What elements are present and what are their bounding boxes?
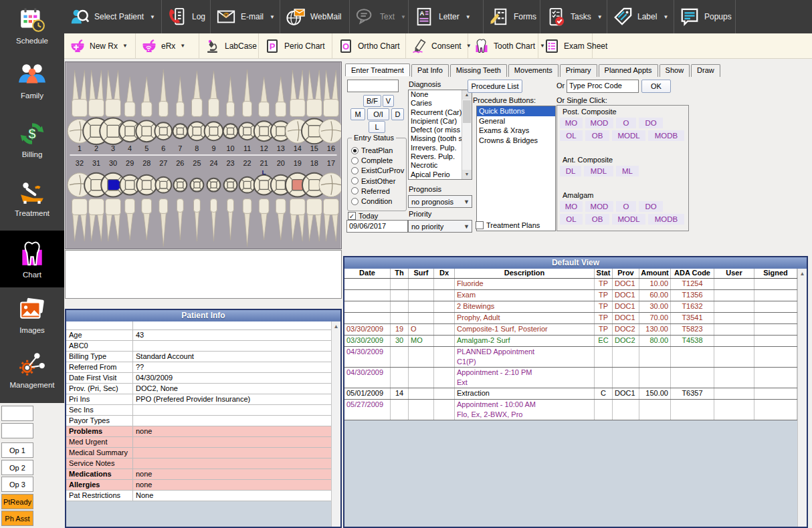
chevron-down-icon[interactable]: ▼	[270, 14, 275, 20]
operatory-cell-ph-asst[interactable]: Ph Asst	[1, 511, 33, 526]
entry-status-radio-complete[interactable]: Complete	[351, 156, 393, 164]
diagnosis-item-defect-or-miss[interactable]: Defect (or miss	[409, 126, 462, 134]
operatory-cell-blank-0[interactable]	[1, 406, 33, 421]
surface-button-o-i[interactable]: O/I	[367, 108, 389, 120]
diagnosis-item-revers-pulp[interactable]: Revers. Pulp.	[409, 152, 462, 161]
prognosis-dropdown[interactable]: no prognosis▼	[408, 195, 472, 208]
rx-toolbar-button-tooth-chart[interactable]: Tooth Chart▼	[468, 33, 538, 58]
toolbar-button-letter[interactable]: ALetter▼	[409, 0, 484, 33]
procedure-row-2[interactable]: ExamTPDOC160.00T1356	[344, 290, 797, 301]
column-header-date[interactable]: Date	[344, 269, 391, 278]
procedure-category-crowns-bridges[interactable]: Crowns & Bridges	[477, 136, 555, 146]
operatory-cell-ptready[interactable]: PtReady	[1, 494, 33, 509]
diagnosis-item-missing-tooth-s[interactable]: Missing (tooth s	[409, 134, 462, 143]
toolbar-button-log[interactable]: Log	[162, 0, 211, 33]
procedure-category-exams-xrays[interactable]: Exams & Xrays	[477, 126, 555, 136]
toolbar-button-select-patient[interactable]: Select Patient▼	[64, 0, 162, 33]
entry-status-radio-referred[interactable]: Referred	[351, 187, 390, 195]
diagnosis-item-irrevers-pulp[interactable]: Irrevers. Pulp.	[409, 144, 462, 152]
quick-button-amalgam-mod[interactable]: MOD	[585, 201, 613, 212]
column-header-dx[interactable]: Dx	[434, 269, 455, 278]
patient-info-scrollbar[interactable]: ▲	[331, 321, 340, 527]
procedure-row-10[interactable]: 05/27/2009Appointment - 10:00 AM Flo, Ex…	[344, 400, 797, 420]
quick-button-ant-composite-dl[interactable]: DL	[560, 166, 581, 176]
rx-toolbar-button-consent[interactable]: Consent▼	[406, 33, 468, 58]
column-header-surf[interactable]: Surf	[409, 269, 434, 278]
quick-button-post-composite-mod[interactable]: MOD	[585, 118, 613, 128]
column-header-user[interactable]: User	[714, 269, 754, 278]
entry-status-radio-condition[interactable]: Condition	[351, 197, 392, 205]
column-header-amount[interactable]: Amount	[639, 269, 671, 278]
diagnosis-item-apical-perio[interactable]: Apical Perio	[409, 170, 462, 179]
chevron-down-icon[interactable]: ▼	[180, 43, 185, 49]
column-header-th[interactable]: Th	[391, 269, 409, 278]
procedure-entry-input[interactable]	[347, 80, 399, 92]
ok-button[interactable]: OK	[641, 80, 671, 93]
quick-button-amalgam-modb[interactable]: MODB	[648, 214, 684, 225]
quick-button-post-composite-mo[interactable]: MO	[560, 118, 583, 128]
procedure-date-input[interactable]: 09/06/2017	[346, 220, 408, 233]
chevron-down-icon[interactable]: ▼	[663, 14, 668, 20]
procedure-row-8[interactable]: 04/30/2009Appointment - 2:10 PM Ext	[344, 368, 797, 388]
chevron-down-icon[interactable]: ▼	[150, 14, 155, 20]
procedure-row-3[interactable]: 2 BitewingsTPDOC130.00T1632	[344, 301, 797, 313]
procedure-list-button[interactable]: Procedure List	[468, 80, 522, 93]
sidebar-item-treatment[interactable]: Treatment	[0, 170, 64, 226]
proc-code-input[interactable]: Type Proc Code	[567, 80, 639, 93]
tab-missing-teeth[interactable]: Missing Teeth	[450, 64, 507, 77]
graphical-tooth-chart[interactable]: 1322313304295286277268259241023112212211…	[65, 61, 342, 249]
toolbar-button-tasks[interactable]: Tasks▼	[540, 0, 607, 33]
tab-movements[interactable]: Movements	[508, 64, 559, 77]
operatory-cell-op-1[interactable]: Op 1	[1, 442, 33, 458]
rx-toolbar-button-new-rx[interactable]: New Rx▼	[64, 33, 136, 58]
rx-toolbar-button-erx[interactable]: eRx▼	[136, 33, 199, 58]
procedure-row-5[interactable]: 03/30/200919OComposite-1 Surf, Posterior…	[344, 324, 797, 336]
diagnosis-item-incipient-car[interactable]: Incipient (Car)	[409, 117, 462, 126]
surface-button-v[interactable]: V	[383, 95, 394, 107]
progress-notes-scrollbar[interactable]: ▲	[797, 269, 807, 527]
sidebar-item-images[interactable]: Images	[0, 289, 64, 341]
procedure-row-7[interactable]: 04/30/2009PLANNED Appointment C1(P)	[344, 347, 797, 368]
quick-button-post-composite-ob[interactable]: OB	[585, 130, 609, 141]
quick-button-amalgam-o[interactable]: O	[616, 201, 636, 212]
sidebar-item-billing[interactable]: $Billing	[0, 111, 64, 167]
chevron-down-icon[interactable]: ▼	[401, 14, 406, 20]
sidebar-item-chart[interactable]: Chart	[0, 231, 64, 287]
toolbar-button-webmail[interactable]: WebMail	[280, 0, 350, 33]
tab-primary[interactable]: Primary	[560, 64, 597, 77]
diagnosis-scrollbar[interactable]: ▲▼	[462, 90, 472, 179]
column-header-stat[interactable]: Stat	[595, 269, 613, 278]
tab-draw[interactable]: Draw	[691, 64, 720, 77]
quick-button-ant-composite-mdl[interactable]: MDL	[584, 166, 613, 176]
scroll-thumb[interactable]	[463, 100, 471, 123]
quick-button-amalgam-modl[interactable]: MODL	[612, 214, 645, 225]
rx-toolbar-button-ortho-chart[interactable]: OOrtho Chart	[332, 33, 406, 58]
column-header-prov[interactable]: Prov	[613, 269, 639, 278]
quick-button-amalgam-ob[interactable]: OB	[585, 214, 609, 225]
diagnosis-item-none[interactable]: None	[409, 90, 462, 99]
column-header-ada-code[interactable]: ADA Code	[671, 269, 714, 278]
operatory-cell-op-3[interactable]: Op 3	[1, 477, 33, 492]
tab-show[interactable]: Show	[659, 64, 690, 77]
quick-button-amalgam-mo[interactable]: MO	[560, 201, 583, 212]
toolbar-button-label[interactable]: Label▼	[607, 0, 674, 33]
entry-status-radio-existother[interactable]: ExistOther	[351, 177, 395, 185]
priority-dropdown[interactable]: no priority▼	[408, 220, 472, 233]
quick-button-amalgam-ol[interactable]: OL	[560, 214, 583, 225]
operatory-cell-op-2[interactable]: Op 2	[1, 460, 33, 475]
quick-button-ant-composite-ml[interactable]: ML	[616, 166, 639, 176]
operatory-cell-blank-1[interactable]	[1, 423, 33, 438]
tab-pat-info[interactable]: Pat Info	[411, 64, 449, 77]
quick-button-post-composite-ol[interactable]: OL	[560, 130, 583, 141]
sidebar-item-schedule[interactable]: Schedule	[0, 1, 64, 49]
scroll-down-icon[interactable]: ▼	[462, 170, 472, 179]
column-header-signed[interactable]: Signed	[754, 269, 797, 278]
quick-button-amalgam-do[interactable]: DO	[639, 201, 663, 212]
diagnosis-item-recurrent-car[interactable]: Recurrent (Car)	[409, 108, 462, 117]
treatment-plans-checkbox[interactable]: Treatment Plans	[476, 221, 540, 229]
procedure-category-general[interactable]: General	[477, 116, 555, 126]
today-checkbox[interactable]: ✓Today	[348, 212, 378, 220]
rx-toolbar-button-perio-chart[interactable]: PPerio Chart	[259, 33, 332, 58]
procedure-category-quick-buttons[interactable]: Quick Buttons	[477, 106, 555, 116]
rx-toolbar-button-labcase[interactable]: LabCase	[199, 33, 259, 58]
